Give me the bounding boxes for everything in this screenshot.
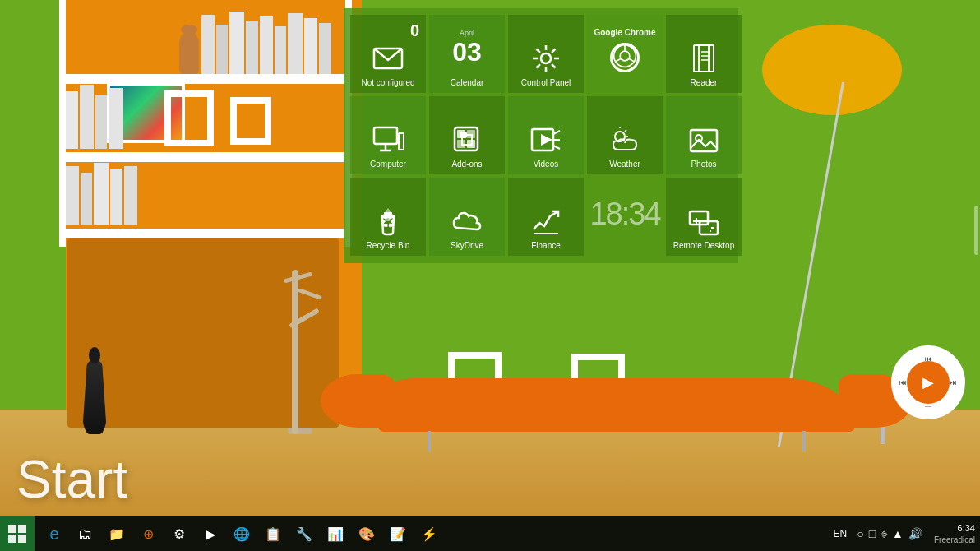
svg-rect-29 <box>467 140 475 148</box>
start-text: Start <box>16 449 127 510</box>
signal-icon[interactable]: ▲ <box>892 527 904 540</box>
svg-point-1 <box>541 53 551 63</box>
tile-videos[interactable]: Videos <box>508 96 584 174</box>
taskbar-clock[interactable]: 6:34 Freeradical <box>929 522 980 544</box>
recycle-label: Recycle Bin <box>367 241 410 251</box>
sofa <box>321 354 913 432</box>
svg-point-11 <box>620 51 630 61</box>
svg-rect-39 <box>691 130 717 151</box>
network-icon[interactable]: ○ <box>857 527 863 540</box>
tile-calendar[interactable]: April 03 Calendar <box>429 15 505 93</box>
mail-badge: 0 <box>410 21 419 40</box>
taskbar-app4-icon[interactable]: 📊 <box>321 518 350 549</box>
taskbar-media-icon[interactable]: ▶ <box>196 518 225 549</box>
taskbar-app5-icon[interactable]: 🎨 <box>352 518 381 549</box>
tile-mail[interactable]: 0 Not configured <box>350 15 426 93</box>
chrome-icon <box>610 43 640 72</box>
shelf-side-left <box>59 0 66 247</box>
chrome-icon-svg <box>612 39 637 72</box>
calendar-month: April <box>460 29 474 37</box>
tile-remote[interactable]: Remote Desktop <box>666 178 742 256</box>
videos-icon <box>529 123 562 156</box>
taskbar-app3-icon[interactable]: 🔧 <box>289 518 319 549</box>
svg-line-9 <box>537 64 540 67</box>
gear-icon <box>529 42 562 75</box>
svg-rect-23 <box>399 133 404 150</box>
svg-line-37 <box>625 130 626 132</box>
clock-display: 18:34 <box>589 197 659 232</box>
frame-shelf2 <box>164 90 214 146</box>
taskbar-ie-icon[interactable]: e <box>39 518 69 549</box>
svg-rect-51 <box>8 525 16 533</box>
taskbar-time: 6:34 <box>934 522 975 534</box>
taskbar-icons: e 🗂 📁 ⊕ ⚙ ▶ 🌐 📋 🔧 📊 🎨 📝 ⚡ <box>35 518 822 549</box>
mail-label: Not configured <box>361 78 414 88</box>
twig-body <box>292 270 298 434</box>
svg-text:♻: ♻ <box>380 211 396 232</box>
calendar-label: Calendar <box>451 78 484 88</box>
svg-line-14 <box>628 58 634 61</box>
remote-icon <box>687 205 720 238</box>
tile-skydrive[interactable]: SkyDrive <box>429 178 505 256</box>
calendar-day: 03 <box>452 39 482 65</box>
recycle-icon: ♻ <box>372 205 404 238</box>
tile-controlpanel[interactable]: Control Panel <box>508 15 584 93</box>
systray: EN ○ □ ⎆ ▲ 🔊 <box>822 527 929 540</box>
taskbar-app2-icon[interactable]: 📋 <box>258 518 288 549</box>
skydrive-label: SkyDrive <box>451 241 483 251</box>
reader-icon <box>687 42 720 75</box>
svg-rect-27 <box>467 130 475 138</box>
chrome-name: Google Chrome <box>594 28 655 38</box>
svg-rect-28 <box>457 140 465 148</box>
taskbar-appname: Freeradical <box>934 535 975 545</box>
tile-clock[interactable]: 18:34 <box>587 178 663 256</box>
mail-icon <box>372 42 404 75</box>
svg-line-7 <box>552 64 555 67</box>
language-indicator[interactable]: EN <box>829 528 853 539</box>
floor-vase-top <box>89 347 100 363</box>
taskbar-chrome-icon[interactable]: ⊕ <box>133 518 163 549</box>
taskbar-file-icon[interactable]: 🗂 <box>71 518 100 549</box>
svg-line-13 <box>616 58 622 61</box>
svg-marker-31 <box>541 134 552 146</box>
tile-computer[interactable]: Computer <box>350 96 426 174</box>
taskbar-folder-icon[interactable]: 📁 <box>102 518 132 549</box>
books-row2 <box>66 85 123 149</box>
addons-label: Add-ons <box>451 160 482 169</box>
tile-chrome[interactable]: Google Chrome <box>587 15 663 93</box>
remote-label: Remote Desktop <box>673 241 734 251</box>
svg-rect-16 <box>699 45 714 72</box>
tile-weather[interactable]: Weather <box>587 96 663 174</box>
tile-reader[interactable]: Reader <box>666 15 742 93</box>
scrollbar-hint[interactable] <box>974 206 978 255</box>
controlpanel-label: Control Panel <box>521 78 571 88</box>
taskbar-start-button[interactable] <box>0 516 35 551</box>
skydrive-icon <box>451 205 483 238</box>
frame-shelf2b <box>230 97 271 145</box>
start-menu-tiles: 0 Not configured April 03 Calendar Con <box>344 8 738 263</box>
music-player[interactable]: ▶ ⏮ — ⏮ ⏭ <box>891 345 965 419</box>
svg-rect-15 <box>694 45 709 72</box>
shelf-1 <box>59 74 352 84</box>
taskbar-app7-icon[interactable]: ⚡ <box>414 518 444 549</box>
taskbar-app1-icon[interactable]: 🌐 <box>227 518 257 549</box>
svg-rect-20 <box>374 127 397 144</box>
taskbar-settings-icon[interactable]: ⚙ <box>164 518 194 549</box>
usb-icon[interactable]: ⎆ <box>881 527 887 540</box>
books-row3 <box>66 163 137 225</box>
windows-logo-icon <box>7 524 27 544</box>
svg-rect-54 <box>18 535 26 543</box>
books-row1 <box>201 12 331 74</box>
finance-label: Finance <box>531 241 561 251</box>
svg-line-6 <box>537 49 540 53</box>
svg-rect-52 <box>18 525 26 533</box>
action-center-icon[interactable]: □ <box>869 527 876 540</box>
photos-icon <box>687 123 720 156</box>
taskbar-app6-icon[interactable]: 📝 <box>383 518 413 549</box>
tile-finance[interactable]: Finance <box>508 178 584 256</box>
volume-icon[interactable]: 🔊 <box>908 527 922 540</box>
tile-recycle[interactable]: ♻ Recycle Bin <box>350 178 426 256</box>
svg-rect-53 <box>8 535 16 543</box>
tile-addons[interactable]: Add-ons <box>429 96 505 174</box>
tile-photos[interactable]: Photos <box>666 96 742 174</box>
